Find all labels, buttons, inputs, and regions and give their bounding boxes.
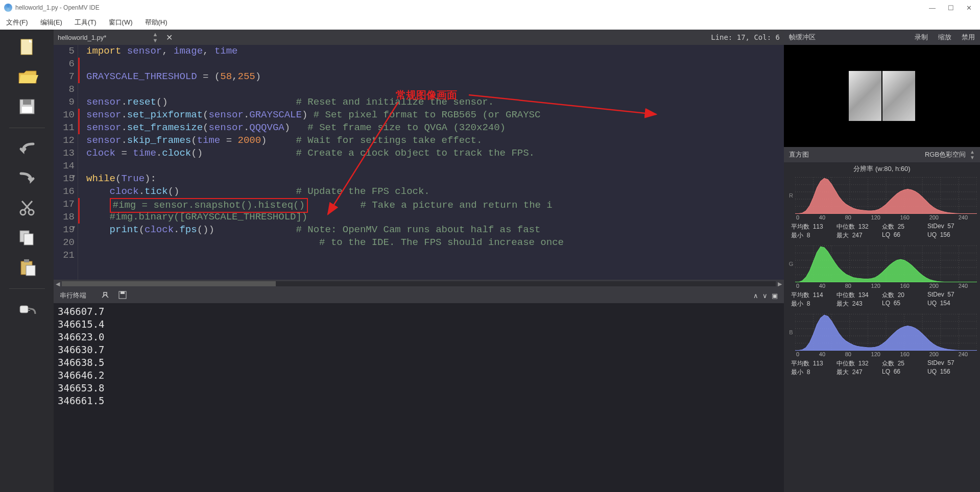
menu-help[interactable]: 帮助(H) [145,18,168,27]
colorspace-updown-icon[interactable]: ▲▼ [970,149,975,160]
tab-close-button[interactable]: ✕ [166,33,173,42]
framebuffer-view[interactable] [784,45,980,147]
svg-rect-15 [26,265,35,276]
svg-rect-17 [28,308,30,309]
code-area[interactable]: import sensor, image, timeGRAYSCALE_THRE… [78,45,784,280]
paste-button[interactable] [14,255,40,280]
terminal-label: 串行终端 [60,291,86,300]
terminal-popout-icon[interactable]: ▣ [772,292,778,300]
open-file-button[interactable] [14,64,40,90]
tab-filename[interactable]: helloworld_1.py* [58,34,106,41]
cursor-status: Line: 17, Col: 6 [711,33,780,41]
editor-tabbar: helloworld_1.py* ▲▼ ✕ Line: 17, Col: 6 [54,30,784,45]
minimize-button[interactable]: — [929,4,936,12]
tab-updown-icon[interactable]: ▲▼ [152,31,158,43]
new-file-button[interactable] [14,35,40,60]
right-panel: 帧缓冲区 录制 缩放 禁用 直方图 RGB色彩空间 ▲▼ 分辨率 (w:80, … [784,30,980,492]
menu-edit[interactable]: 编辑(E) [40,18,62,27]
close-button[interactable]: ✕ [966,4,972,12]
menubar: 文件(F) 编辑(E) 工具(T) 窗口(W) 帮助(H) [0,15,980,30]
menu-tools[interactable]: 工具(T) [75,18,97,27]
svg-rect-12 [24,234,33,245]
svg-rect-6 [22,107,32,113]
left-toolbar [0,30,54,492]
histogram-label: 直方图 [789,150,809,159]
svg-marker-3 [19,75,38,83]
svg-rect-18 [28,310,30,311]
colorspace-select[interactable]: RGB色彩空间 [925,150,966,159]
svg-rect-20 [121,291,125,294]
code-editor[interactable]: ▼ ▼ 56789101112131415161718192021 import… [54,45,784,280]
svg-rect-5 [23,100,31,105]
fb-record-button[interactable]: 录制 [915,33,928,42]
titlebar: helloworld_1.py - OpenMV IDE — ☐ ✕ [0,0,980,15]
framebuffer-label: 帧缓冲区 [789,33,816,42]
redo-button[interactable] [14,166,40,191]
svg-rect-14 [24,259,29,262]
menu-window[interactable]: 窗口(W) [109,18,133,27]
copy-button[interactable] [14,225,40,251]
terminal-header: 串行终端 ∧ ∨ ▣ [54,288,784,303]
editor-hscrollbar[interactable]: ◀▶ [54,280,784,288]
terminal-down-icon[interactable]: ∨ [762,292,768,300]
terminal-up-icon[interactable]: ∧ [753,292,758,300]
save-file-button[interactable] [14,94,40,119]
app-logo-icon [4,4,12,12]
terminal-output[interactable]: 346607.7346615.4346623.0346630.7346638.5… [54,303,784,492]
connect-button[interactable] [14,297,40,323]
terminal-save-icon[interactable] [118,290,127,301]
fb-disable-button[interactable]: 禁用 [962,33,975,42]
fb-zoom-button[interactable]: 缩放 [938,33,951,42]
window-title: helloworld_1.py - OpenMV IDE [15,4,100,11]
terminal-clear-icon[interactable] [101,290,110,301]
undo-button[interactable] [14,136,40,162]
svg-rect-16 [20,306,28,313]
resolution-label: 分辨率 (w:80, h:60) [784,162,980,176]
cut-button[interactable] [14,195,40,221]
maximize-button[interactable]: ☐ [948,4,954,12]
line-gutter: 56789101112131415161718192021 [54,45,78,280]
menu-file[interactable]: 文件(F) [6,18,28,27]
